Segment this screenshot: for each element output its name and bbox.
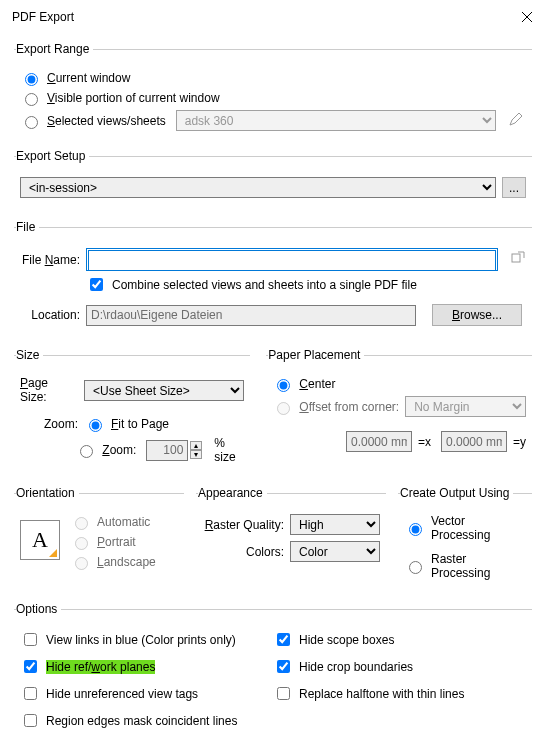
file-legend: File xyxy=(16,220,39,234)
check-hide-crop-boundaries[interactable] xyxy=(277,660,290,673)
close-icon[interactable] xyxy=(518,8,536,26)
pct-size-label: % size xyxy=(214,436,244,464)
options-group: Options View links in blue (Color prints… xyxy=(14,602,532,736)
label-vector-processing: Vector Processing xyxy=(431,514,526,542)
radio-orient-portrait xyxy=(75,537,88,550)
file-name-label: File Name: xyxy=(20,253,80,267)
select-colors[interactable]: Color xyxy=(290,541,380,562)
zoom-spin-up[interactable]: ▴ xyxy=(190,441,202,450)
offset-x-suffix: =x xyxy=(418,435,431,449)
label-hide-ref-work-planes: Hide ref/work planes xyxy=(46,660,155,674)
export-range-group: Export Range Current window Visible port… xyxy=(14,42,532,141)
label-zoom: Zoom: xyxy=(102,443,136,457)
radio-orient-auto xyxy=(75,517,88,530)
page-size-label: Page Size: xyxy=(20,376,78,404)
offset-y-suffix: =y xyxy=(513,435,526,449)
check-hide-ref-work-planes[interactable] xyxy=(24,660,37,673)
radio-visible-portion[interactable] xyxy=(25,93,38,106)
offset-x-input xyxy=(346,431,412,452)
label-orient-auto: Automatic xyxy=(97,515,150,529)
create-output-group: Create Output Using Vector Processing Ra… xyxy=(398,486,532,590)
pencil-icon xyxy=(508,111,524,130)
check-replace-halftone[interactable] xyxy=(277,687,290,700)
size-group: Size Page Size: <Use Sheet Size> Zoom: F… xyxy=(14,348,250,474)
label-selected-views: Selected views/sheets xyxy=(47,114,166,128)
label-orient-portrait: Portrait xyxy=(97,535,136,549)
radio-raster-processing[interactable] xyxy=(409,561,422,574)
window-title: PDF Export xyxy=(12,10,74,24)
check-hide-unref-tags[interactable] xyxy=(24,687,37,700)
check-combine-pdf[interactable] xyxy=(90,278,103,291)
svg-rect-2 xyxy=(512,254,520,262)
label-hide-unref-tags: Hide unreferenced view tags xyxy=(46,687,198,701)
location-input xyxy=(86,305,416,326)
radio-vector-processing[interactable] xyxy=(409,523,422,536)
file-name-input[interactable] xyxy=(88,250,496,271)
create-output-legend: Create Output Using xyxy=(400,486,513,500)
check-view-links-blue[interactable] xyxy=(24,633,37,646)
paper-placement-legend: Paper Placement xyxy=(268,348,364,362)
radio-zoom[interactable] xyxy=(80,445,93,458)
label-visible-portion: Visible portion of current window xyxy=(47,91,220,105)
orientation-icon: A xyxy=(20,520,60,560)
label-fit-to-page: Fit to Page xyxy=(111,417,169,431)
export-range-legend: Export Range xyxy=(16,42,93,56)
check-hide-scope-boxes[interactable] xyxy=(277,633,290,646)
label-offset-corner: Offset from corner: xyxy=(299,400,399,414)
label-center: Center xyxy=(299,377,335,391)
setup-more-button[interactable]: ... xyxy=(502,177,526,198)
radio-fit-to-page[interactable] xyxy=(89,419,102,432)
appearance-group: Appearance Raster Quality: High Colors: … xyxy=(196,486,386,590)
file-group: File File Name: Combine selected views a… xyxy=(14,220,532,336)
label-orient-landscape: Landscape xyxy=(97,555,156,569)
select-export-setup[interactable]: <in-session> xyxy=(20,177,496,198)
zoom-value-input xyxy=(146,440,188,461)
label-hide-crop-boundaries: Hide crop boundaries xyxy=(299,660,413,674)
zoom-label: Zoom: xyxy=(20,417,78,431)
label-current-window: Current window xyxy=(47,71,130,85)
options-legend: Options xyxy=(16,602,61,616)
browse-button[interactable]: Browse... xyxy=(432,304,522,326)
export-setup-legend: Export Setup xyxy=(16,149,89,163)
size-legend: Size xyxy=(16,348,43,362)
rename-icon[interactable] xyxy=(510,250,526,269)
paper-placement-group: Paper Placement Center Offset from corne… xyxy=(266,348,532,474)
check-region-edges-mask[interactable] xyxy=(24,714,37,727)
raster-quality-label: Raster Quality: xyxy=(202,518,284,532)
radio-orient-landscape xyxy=(75,557,88,570)
select-raster-quality[interactable]: High xyxy=(290,514,380,535)
select-margin: No Margin xyxy=(405,396,526,417)
orientation-legend: Orientation xyxy=(16,486,79,500)
label-raster-processing: Raster Processing xyxy=(431,552,526,580)
radio-selected-views[interactable] xyxy=(25,116,38,129)
label-combine-pdf: Combine selected views and sheets into a… xyxy=(112,278,417,292)
colors-label: Colors: xyxy=(202,545,284,559)
radio-offset-corner xyxy=(277,402,290,415)
label-hide-scope-boxes: Hide scope boxes xyxy=(299,633,394,647)
offset-y-input xyxy=(441,431,507,452)
label-replace-halftone: Replace halftone with thin lines xyxy=(299,687,464,701)
label-region-edges-mask: Region edges mask coincident lines xyxy=(46,714,237,728)
radio-center[interactable] xyxy=(277,379,290,392)
select-sheet-set: adsk 360 xyxy=(176,110,496,131)
appearance-legend: Appearance xyxy=(198,486,267,500)
select-page-size[interactable]: <Use Sheet Size> xyxy=(84,380,244,401)
label-view-links-blue: View links in blue (Color prints only) xyxy=(46,633,236,647)
export-setup-group: Export Setup <in-session> ... xyxy=(14,149,532,212)
orientation-group: Orientation A Automatic Portrait Landsca… xyxy=(14,486,184,590)
radio-current-window[interactable] xyxy=(25,73,38,86)
location-label: Location: xyxy=(20,308,80,322)
zoom-spin-down[interactable]: ▾ xyxy=(190,450,202,459)
